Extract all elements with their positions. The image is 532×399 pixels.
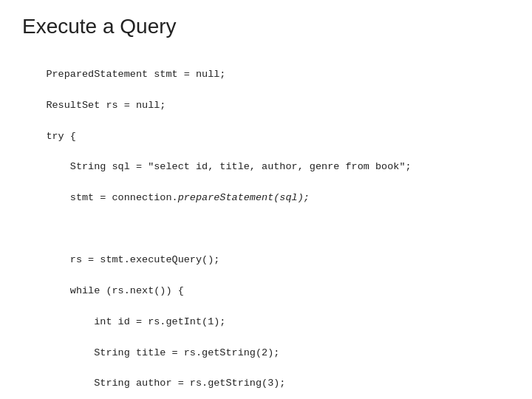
code-line-3: try { [46, 131, 76, 142]
code-line-11: String author = rs.getString(3); [46, 378, 285, 389]
page-title: Execute a Query [22, 15, 510, 38]
code-line-2: ResultSet rs = null; [46, 100, 166, 111]
code-block: PreparedStatement stmt = null; ResultSet… [22, 52, 510, 399]
code-line-9: int id = rs.getInt(1); [46, 316, 225, 327]
code-line-1: PreparedStatement stmt = null; [46, 69, 225, 80]
code-line-7: rs = stmt.executeQuery(); [46, 254, 219, 265]
code-line-5: stmt = connection.prepareStatement(sql); [46, 192, 309, 203]
code-line-8: while (rs.next()) { [46, 285, 183, 296]
code-line-10: String title = rs.getString(2); [46, 347, 279, 358]
page-container: Execute a Query PreparedStatement stmt =… [0, 0, 532, 399]
code-italic-1: prepareStatement(sql); [178, 192, 310, 203]
code-line-4: String sql = "select id, title, author, … [46, 161, 411, 172]
